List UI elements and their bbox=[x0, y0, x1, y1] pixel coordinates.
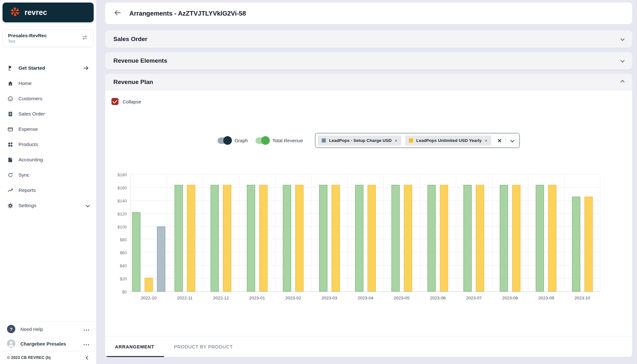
bar-leadpops-unlimited-usd-yearly bbox=[187, 185, 195, 291]
bar-group bbox=[239, 175, 275, 291]
bar-group bbox=[383, 175, 419, 291]
chip-remove-icon[interactable]: × bbox=[485, 138, 487, 143]
sidebar-item-label: Expense bbox=[18, 126, 38, 132]
bar-leadpops-unlimited-usd-yearly bbox=[332, 185, 340, 291]
chart-controls: Graph Total Revenue LeadPops - Setup Cha… bbox=[105, 133, 632, 148]
bar-total-revenue bbox=[572, 197, 580, 291]
page-header: Arrangements - AzZTVJTLYVklG2Vi-58 bbox=[105, 3, 632, 24]
workspace-switcher[interactable]: Presales-RevRec Test bbox=[3, 29, 94, 47]
overflow-menu-icon[interactable] bbox=[83, 341, 89, 346]
sidebar-item-label: Get Started bbox=[18, 65, 45, 71]
y-axis-tick-label: $180 bbox=[118, 172, 127, 177]
sidebar-item-get-started[interactable]: Get Started bbox=[3, 60, 93, 76]
sidebar-item-sync[interactable]: Sync bbox=[3, 167, 93, 183]
need-help-row[interactable]: ? Need Help bbox=[0, 322, 96, 336]
y-axis-tick-label: $140 bbox=[118, 199, 127, 203]
bar-leadpops-unlimited-usd-yearly bbox=[404, 185, 412, 291]
section-title: Revenue Plan bbox=[113, 79, 153, 86]
bar-leadpops-unlimited-usd-yearly bbox=[295, 185, 304, 291]
sidebar-item-label: Products bbox=[18, 142, 38, 147]
y-axis-tick-label: $60 bbox=[120, 250, 127, 255]
sidebar-item-expense[interactable]: Expense bbox=[3, 122, 93, 137]
revenue-plan-header[interactable]: Revenue Plan bbox=[105, 74, 632, 90]
sidebar-item-label: Customers bbox=[18, 96, 42, 102]
bar-leadpops-unlimited-usd-yearly bbox=[223, 185, 231, 291]
tab-arrangement[interactable]: ARRANGEMENT bbox=[105, 336, 164, 357]
chip-color-swatch bbox=[322, 138, 326, 143]
x-axis-tick-label: 2023-07 bbox=[456, 292, 492, 303]
chip-remove-icon[interactable]: × bbox=[395, 138, 397, 143]
clear-all-icon[interactable]: × bbox=[497, 137, 501, 144]
total-revenue-toggle-label: Total Revenue bbox=[272, 138, 303, 143]
overflow-menu-icon[interactable] bbox=[83, 326, 89, 332]
chart-xlabels: 2022-102022-112022-122023-012023-022023-… bbox=[131, 292, 600, 303]
graph-toggle-label: Graph bbox=[234, 138, 248, 143]
total-revenue-toggle-group: Total Revenue bbox=[255, 137, 303, 144]
bar-leadpops-setup-charge-usd bbox=[157, 227, 165, 291]
product-filter-select[interactable]: LeadPops - Setup Charge USD × LeadPops U… bbox=[315, 133, 520, 148]
y-axis-tick-label: $0 bbox=[122, 290, 127, 294]
page-title: Arrangements - AzZTVJTLYVklG2Vi-58 bbox=[129, 10, 246, 17]
chip-color-swatch bbox=[409, 138, 413, 143]
x-axis-tick-label: 2023-05 bbox=[383, 292, 419, 303]
sidebar-item-accounting[interactable]: Accounting bbox=[3, 152, 93, 167]
bar-group bbox=[564, 175, 600, 291]
sidebar-item-label: Sales Order bbox=[18, 111, 45, 117]
select-chevron-down-icon[interactable] bbox=[510, 138, 515, 144]
collapse-sidebar-icon[interactable] bbox=[86, 356, 90, 360]
sidebar-item-customers[interactable]: Customers bbox=[3, 91, 93, 106]
sidebar-item-products[interactable]: Products bbox=[3, 137, 93, 152]
credit-card-icon bbox=[7, 126, 13, 132]
flag-icon bbox=[7, 65, 13, 71]
user-row[interactable]: Chargebee Presales bbox=[0, 336, 96, 351]
section-revenue-plan: Revenue Plan Collapse Graph Total Revenu… bbox=[105, 74, 632, 357]
section-title: Revenue Elements bbox=[113, 57, 167, 64]
logo-card[interactable]: revrec bbox=[3, 3, 94, 22]
sidebar-item-reports[interactable]: Reports bbox=[3, 183, 93, 198]
chevron-down-icon bbox=[620, 58, 625, 62]
bar-total-revenue bbox=[132, 212, 140, 291]
sidebar-item-settings[interactable]: Settings bbox=[3, 198, 93, 213]
chip-label: LeadPops - Setup Charge USD bbox=[329, 138, 392, 143]
graph-toggle[interactable] bbox=[218, 137, 231, 144]
divider bbox=[505, 136, 506, 145]
y-axis-tick-label: $160 bbox=[118, 186, 127, 190]
back-arrow-icon[interactable] bbox=[113, 9, 122, 18]
chart-plot bbox=[131, 175, 600, 292]
section-revenue-elements[interactable]: Revenue Elements bbox=[105, 52, 632, 69]
sidebar-item-label: Settings bbox=[18, 203, 36, 208]
section-sales-order[interactable]: Sales Order bbox=[105, 31, 632, 48]
chevron-up-icon bbox=[620, 80, 625, 84]
workspace-env: Test bbox=[8, 39, 47, 44]
bar-total-revenue bbox=[391, 185, 400, 291]
bar-total-revenue bbox=[211, 185, 219, 291]
chargebee-logo-icon bbox=[10, 6, 20, 18]
chip-label: LeadPops Unlimited USD Yearly bbox=[416, 138, 482, 143]
logo-text: revrec bbox=[25, 8, 47, 17]
collapse-control: Collapse bbox=[111, 98, 632, 105]
sync-icon bbox=[7, 172, 13, 178]
bar-leadpops-unlimited-usd-yearly bbox=[145, 278, 153, 291]
bar-group bbox=[275, 175, 311, 291]
sidebar-item-sales-order[interactable]: Sales Order bbox=[3, 106, 93, 122]
x-axis-tick-label: 2023-01 bbox=[239, 292, 275, 303]
bar-leadpops-unlimited-usd-yearly bbox=[440, 185, 448, 291]
bar-leadpops-unlimited-usd-yearly bbox=[548, 185, 556, 291]
bar-group bbox=[347, 175, 383, 291]
revenue-chart: $0$20$40$60$80$100$120$140$160$180 2022-… bbox=[111, 175, 600, 303]
sidebar-item-home[interactable]: Home bbox=[3, 76, 93, 91]
tab-product-by-product[interactable]: PRODUCT BY PRODUCT bbox=[164, 336, 243, 357]
section-title: Sales Order bbox=[113, 36, 147, 43]
bar-total-revenue bbox=[536, 185, 544, 291]
swap-arrows-icon[interactable] bbox=[81, 34, 88, 42]
arrow-right-icon bbox=[83, 65, 89, 71]
total-revenue-toggle[interactable] bbox=[255, 137, 269, 144]
bar-leadpops-unlimited-usd-yearly bbox=[368, 185, 376, 291]
graph-toggle-group: Graph bbox=[218, 137, 248, 144]
workspace-name: Presales-RevRec bbox=[8, 33, 47, 38]
bar-total-revenue bbox=[175, 185, 183, 291]
y-axis-tick-label: $40 bbox=[120, 263, 127, 268]
trending-up-icon bbox=[7, 187, 13, 193]
collapse-checkbox[interactable] bbox=[111, 98, 118, 105]
gear-icon bbox=[7, 202, 13, 209]
